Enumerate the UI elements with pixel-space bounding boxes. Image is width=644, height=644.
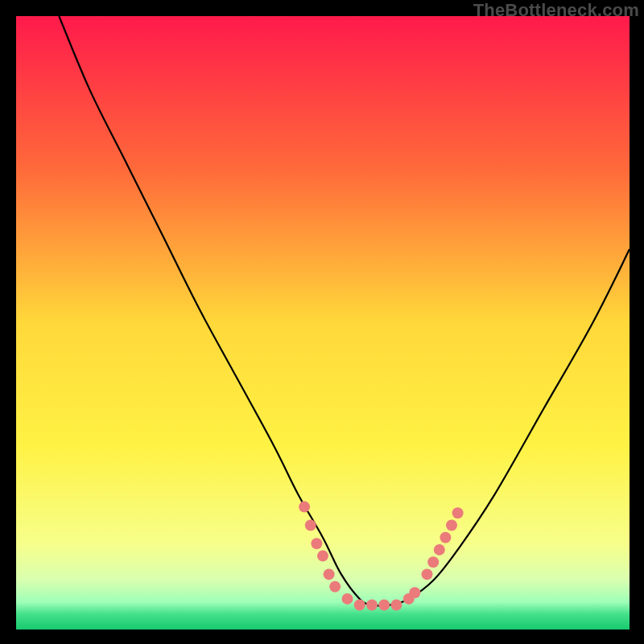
curve-marker xyxy=(378,600,390,611)
curve-marker xyxy=(354,600,365,611)
attribution-text: TheBottleneck.com xyxy=(473,0,639,21)
curve-marker xyxy=(305,520,316,531)
curve-marker xyxy=(422,568,433,580)
curve-marker xyxy=(427,556,439,568)
curve-marker xyxy=(390,600,402,611)
curve-marker xyxy=(452,507,464,518)
curve-marker xyxy=(299,502,310,513)
plot-area xyxy=(16,16,630,630)
curve-layer xyxy=(16,16,630,630)
curve-marker xyxy=(366,600,378,611)
bottleneck-curve xyxy=(59,16,630,606)
curve-marker xyxy=(446,520,457,531)
curve-marker xyxy=(317,551,328,562)
curve-marker xyxy=(311,538,322,549)
curve-marker xyxy=(342,593,353,605)
curve-marker xyxy=(409,587,420,598)
curve-markers xyxy=(299,502,463,611)
chart-root: TheBottleneck.com xyxy=(0,0,644,644)
curve-marker xyxy=(434,544,445,555)
curve-marker xyxy=(329,581,341,592)
curve-marker xyxy=(440,532,451,543)
curve-marker xyxy=(324,568,335,580)
